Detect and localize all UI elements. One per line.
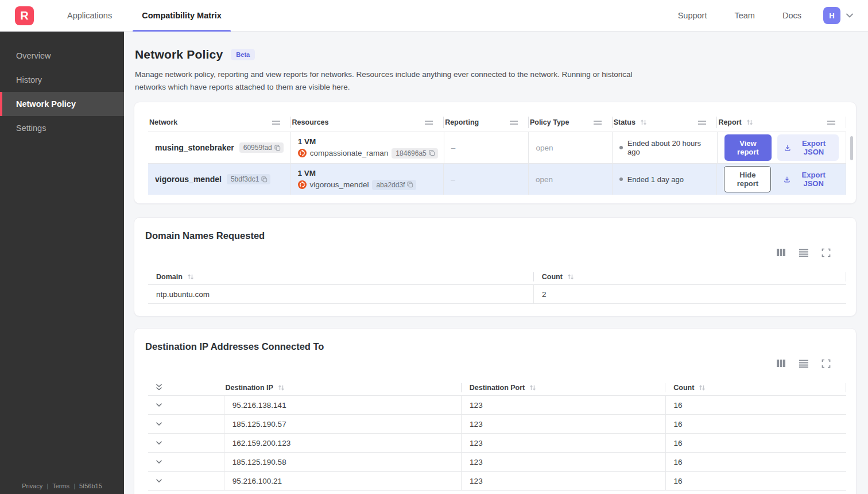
sidebar-item-history[interactable]: History — [0, 68, 124, 92]
column-header-report[interactable]: Report — [717, 117, 846, 128]
rows-view-icon[interactable] — [799, 248, 809, 257]
column-header-count[interactable]: Count — [665, 383, 846, 392]
sort-icon[interactable] — [187, 273, 195, 281]
vm-icon — [298, 180, 307, 189]
destination-row[interactable]: 185.125.190.58 123 16 — [148, 453, 846, 472]
expand-all-icon[interactable] — [155, 383, 163, 392]
status-cell: Ended 1 day ago — [613, 164, 718, 195]
view-report-button[interactable]: View report — [724, 134, 772, 161]
network-name: vigorous_mendel — [155, 175, 222, 184]
sidebar-item-overview[interactable]: Overview — [0, 44, 124, 68]
destination-row[interactable]: 162.159.200.123 123 16 — [148, 434, 846, 453]
column-label: Status — [614, 118, 636, 126]
column-header-network[interactable]: Network — [148, 117, 291, 128]
sort-icon[interactable] — [567, 273, 575, 281]
export-json-button[interactable]: Export JSON — [777, 166, 839, 192]
row-expander[interactable] — [148, 396, 224, 414]
download-icon — [784, 175, 790, 184]
export-json-label: Export JSON — [796, 139, 832, 156]
chevron-down-icon — [155, 401, 163, 409]
vm-name[interactable]: vigorous_mendel — [310, 180, 369, 189]
column-label: Reporting — [445, 118, 479, 126]
status-text: Ended 1 day ago — [627, 175, 684, 184]
column-resize-icon[interactable] — [425, 121, 437, 125]
row-expander[interactable] — [148, 453, 224, 471]
column-resize-icon[interactable] — [272, 121, 285, 125]
sort-icon[interactable] — [529, 384, 537, 392]
column-label: Destination IP — [225, 384, 273, 392]
chevron-down-icon — [155, 458, 163, 466]
fullscreen-icon[interactable] — [822, 359, 831, 368]
column-header-count[interactable]: Count — [534, 272, 846, 281]
column-header-policy-type[interactable]: Policy Type — [529, 117, 613, 128]
network-row-musing-stonebraker[interactable]: musing_stonebraker 60959fad 1 VM compass… — [148, 132, 846, 163]
copy-icon[interactable] — [274, 145, 281, 151]
row-expander[interactable] — [148, 415, 224, 433]
beta-badge: Beta — [231, 49, 255, 60]
reporting-cell: – — [444, 132, 529, 163]
row-expander[interactable] — [148, 434, 224, 452]
page-title: Network Policy — [135, 48, 223, 61]
columns-view-icon[interactable] — [776, 358, 786, 368]
sidebar-item-settings[interactable]: Settings — [0, 116, 124, 140]
table-scrollbar[interactable] — [850, 136, 853, 160]
column-resize-icon[interactable] — [698, 121, 711, 125]
domain-row[interactable]: ntp.ubuntu.com 2 — [148, 285, 846, 304]
copy-icon[interactable] — [429, 150, 435, 156]
destinations-section-title: Destination IP Addresses Connected To — [145, 341, 324, 352]
expand-all-header[interactable] — [148, 383, 224, 392]
columns-view-icon[interactable] — [776, 248, 786, 257]
column-header-reporting[interactable]: Reporting — [444, 117, 529, 128]
export-json-button[interactable]: Export JSON — [777, 134, 839, 161]
column-resize-icon[interactable] — [594, 121, 606, 125]
user-avatar[interactable]: H — [823, 7, 840, 24]
sort-icon[interactable] — [746, 118, 754, 126]
destination-row[interactable]: 95.216.138.141 123 16 — [148, 396, 846, 415]
destination-row[interactable]: 95.216.100.21 123 16 — [148, 472, 846, 491]
nav-link-docs[interactable]: Docs — [771, 11, 813, 20]
user-menu-chevron-icon[interactable] — [845, 11, 854, 20]
chevron-down-icon — [155, 439, 163, 447]
network-row-vigorous-mendel[interactable]: vigorous_mendel 5bdf3dc1 1 VM vigorous_m… — [148, 163, 846, 195]
top-nav-tabs: Applications Compatibility Matrix — [52, 0, 237, 32]
copy-icon[interactable] — [407, 182, 413, 188]
nav-link-support[interactable]: Support — [666, 11, 719, 20]
column-label: Resources — [292, 118, 329, 126]
terms-link[interactable]: Terms — [52, 483, 69, 489]
domains-section-title: Domain Names Requested — [145, 230, 265, 241]
domains-card: Domain Names Requested Domain Count ntp — [134, 217, 857, 317]
main-content: Network Policy Beta Manage network polic… — [124, 32, 868, 494]
sort-icon[interactable] — [698, 384, 706, 392]
sidebar-item-network-policy[interactable]: Network Policy — [0, 92, 124, 116]
hide-report-button[interactable]: Hide report — [724, 166, 771, 192]
app-logo[interactable]: R — [15, 6, 34, 25]
privacy-link[interactable]: Privacy — [22, 483, 42, 489]
column-header-status[interactable]: Status — [613, 117, 718, 128]
count-cell: 2 — [534, 285, 846, 303]
column-header-domain[interactable]: Domain — [148, 272, 533, 281]
column-header-resources[interactable]: Resources — [291, 117, 444, 128]
vm-name[interactable]: compassionate_raman — [310, 149, 389, 157]
destination-ip-cell: 95.216.100.21 — [224, 472, 462, 490]
destination-row[interactable]: 185.125.190.57 123 16 — [148, 415, 846, 434]
sort-icon[interactable] — [640, 118, 648, 126]
destination-ip-cell: 95.216.138.141 — [224, 396, 462, 414]
chevron-down-icon — [155, 477, 163, 485]
domain-cell: ntp.ubuntu.com — [148, 285, 534, 303]
column-resize-icon[interactable] — [827, 121, 840, 125]
column-resize-icon[interactable] — [510, 121, 522, 125]
count-cell: 16 — [666, 415, 846, 433]
copy-icon[interactable] — [261, 176, 268, 183]
column-header-destination-port[interactable]: Destination Port — [462, 383, 665, 392]
column-header-destination-ip[interactable]: Destination IP — [224, 383, 460, 392]
row-expander[interactable] — [148, 472, 224, 490]
tab-compatibility-matrix[interactable]: Compatibility Matrix — [127, 0, 237, 32]
domains-table-header: Domain Count — [148, 269, 846, 285]
column-label: Destination Port — [470, 384, 525, 392]
tab-applications[interactable]: Applications — [52, 0, 127, 32]
sort-icon[interactable] — [277, 384, 285, 392]
column-label: Count — [673, 384, 694, 392]
nav-link-team[interactable]: Team — [723, 11, 766, 20]
fullscreen-icon[interactable] — [822, 248, 831, 257]
rows-view-icon[interactable] — [799, 359, 809, 368]
